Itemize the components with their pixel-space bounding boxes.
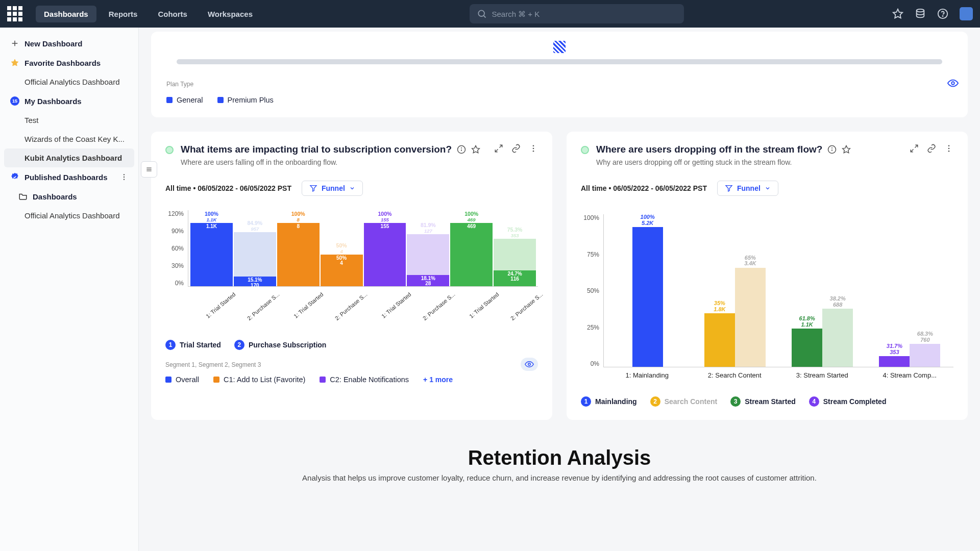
legend-c2[interactable]: C2: Enable Notifications xyxy=(320,375,409,384)
step-number-icon: 1 xyxy=(581,396,591,407)
legend-c1[interactable]: C1: Add to List (Favorite) xyxy=(213,375,305,384)
svg-point-27 xyxy=(832,148,832,148)
bar[interactable]: 100%1.1K1.1K xyxy=(190,210,233,286)
bar[interactable]: 50%450%4 xyxy=(321,210,363,286)
my-dashboards-header[interactable]: 15 My Dashboards xyxy=(4,91,134,111)
step-label: Search Content xyxy=(665,397,717,406)
folder-icon xyxy=(18,192,28,201)
svg-marker-19 xyxy=(472,146,480,153)
legend-overall[interactable]: Overall xyxy=(165,375,199,384)
sidebar-item-kubit[interactable]: Kubit Analytics Dashboard xyxy=(4,148,134,167)
legend-premium-plus[interactable]: Premium Plus xyxy=(217,96,274,104)
step-search-content[interactable]: 2Search Content xyxy=(650,396,717,407)
svg-point-5 xyxy=(942,16,943,16)
legend-label: Overall xyxy=(176,375,199,384)
bar-group[interactable]: 61.8%1.1K38.2%688 xyxy=(779,214,866,367)
svg-point-30 xyxy=(948,148,950,149)
published-dashboards-header[interactable]: Published Dashboards xyxy=(4,167,134,187)
panel-title: What items are impacting trial to subscr… xyxy=(181,144,452,155)
nav-tab-cohorts[interactable]: Cohorts xyxy=(150,6,195,22)
section-subtitle: Analysis that helps us improve customer … xyxy=(151,473,968,482)
bar[interactable]: 75.3%35324.7%116 xyxy=(494,210,536,286)
step-number-icon: 2 xyxy=(234,340,244,350)
database-icon[interactable] xyxy=(915,8,926,19)
link-icon[interactable] xyxy=(511,144,521,153)
bar[interactable]: 84.9%95715.1%170 xyxy=(234,210,276,286)
step-number-icon: 2 xyxy=(650,396,660,407)
star-icon xyxy=(10,58,19,67)
svg-point-0 xyxy=(478,10,484,16)
info-icon[interactable] xyxy=(827,145,837,154)
swatch-icon xyxy=(165,377,172,383)
svg-point-11 xyxy=(124,179,125,180)
more-legend-link[interactable]: + 1 more xyxy=(423,375,453,384)
svg-point-24 xyxy=(528,363,531,366)
published-dashboards-label: Published Dashboards xyxy=(24,173,108,182)
account-icon[interactable] xyxy=(960,7,973,20)
panel-title: Where are users dropping off in the stre… xyxy=(596,144,822,155)
step-label: Stream Started xyxy=(745,397,796,406)
search-input[interactable] xyxy=(470,4,684,23)
help-icon[interactable] xyxy=(937,8,948,19)
retention-section-header: Retention Analysis Analysis that helps u… xyxy=(151,446,968,482)
info-icon[interactable] xyxy=(457,145,466,154)
legend-label: C1: Add to List (Favorite) xyxy=(224,375,305,384)
step-mainlanding[interactable]: 1Mainlanding xyxy=(581,396,637,407)
funnel-panel-conversion: What items are impacting trial to subscr… xyxy=(151,132,552,420)
sidebar-item-test[interactable]: Test xyxy=(4,111,134,130)
kebab-icon[interactable] xyxy=(529,144,538,153)
sidebar-item-official-analytics-2[interactable]: Official Analytics Dashboard xyxy=(4,206,134,225)
star-icon[interactable] xyxy=(471,145,480,154)
swatch-icon xyxy=(213,377,219,383)
chevron-down-icon xyxy=(349,185,355,191)
svg-point-31 xyxy=(948,151,950,152)
svg-point-20 xyxy=(533,145,534,146)
horizontal-scrollbar[interactable] xyxy=(177,59,942,64)
funnel-dropdown[interactable]: Funnel xyxy=(717,181,778,196)
sidebar-item-wizards[interactable]: Wizards of the Coast Key K... xyxy=(4,130,134,148)
step-label: Mainlanding xyxy=(595,397,637,406)
svg-marker-8 xyxy=(11,59,18,66)
new-dashboard-button[interactable]: New Dashboard xyxy=(4,34,134,53)
star-icon[interactable] xyxy=(892,8,903,19)
search-wrap xyxy=(470,4,684,23)
kebab-icon[interactable] xyxy=(944,144,953,153)
favorite-dashboards-header[interactable]: Favorite Dashboards xyxy=(4,53,134,72)
kebab-icon[interactable] xyxy=(120,173,128,181)
svg-line-1 xyxy=(483,16,485,18)
funnel-dropdown[interactable]: Funnel xyxy=(302,181,363,196)
funnel-label: Funnel xyxy=(737,184,761,192)
star-icon[interactable] xyxy=(842,145,851,154)
top-nav: Dashboards Reports Cohorts Workspaces xyxy=(0,0,980,28)
chevron-down-icon xyxy=(765,185,771,191)
sidebar-item-official-analytics[interactable]: Official Analytics Dashboard xyxy=(4,72,134,91)
svg-marker-23 xyxy=(310,186,316,191)
visibility-icon[interactable] xyxy=(947,78,959,89)
funnel-chart-left: 120%90%60%30%0% 100%1.1K1.1K84.9%95715.1… xyxy=(165,210,538,287)
app-logo[interactable] xyxy=(7,6,22,21)
link-icon[interactable] xyxy=(927,144,936,153)
bar[interactable]: 81.9%12718.1%28 xyxy=(407,210,449,286)
svg-point-29 xyxy=(948,145,950,146)
bar-group[interactable]: 31.7%35368.3%760 xyxy=(866,214,953,367)
nav-tab-reports[interactable]: Reports xyxy=(101,6,146,22)
plan-type-label: Plan Type xyxy=(166,81,952,88)
step-trial-started[interactable]: 1 Trial Started xyxy=(165,340,221,350)
svg-point-15 xyxy=(951,82,954,85)
drag-handle[interactable] xyxy=(141,161,157,178)
visibility-toggle[interactable] xyxy=(521,358,538,371)
expand-icon[interactable] xyxy=(910,144,919,153)
legend-general[interactable]: General xyxy=(166,96,203,104)
segments-label: Segment 1, Segment 2, Segment 3 xyxy=(165,361,538,368)
bar-group[interactable]: 35%1.8K65%3.4K xyxy=(691,214,778,367)
step-stream-started[interactable]: 3Stream Started xyxy=(730,396,796,407)
nav-tab-workspaces[interactable]: Workspaces xyxy=(200,6,261,22)
bar[interactable]: 100%88 xyxy=(277,210,320,286)
nav-tab-dashboards[interactable]: Dashboards xyxy=(36,6,96,22)
bar[interactable]: 100%469469 xyxy=(450,210,493,286)
step-stream-completed[interactable]: 4Stream Completed xyxy=(809,396,887,407)
expand-icon[interactable] xyxy=(494,144,503,153)
bar-group[interactable]: 100%5.2K xyxy=(604,214,691,367)
bar[interactable]: 100%155155 xyxy=(364,210,406,286)
folder-dashboards[interactable]: Dashboards xyxy=(4,187,134,206)
